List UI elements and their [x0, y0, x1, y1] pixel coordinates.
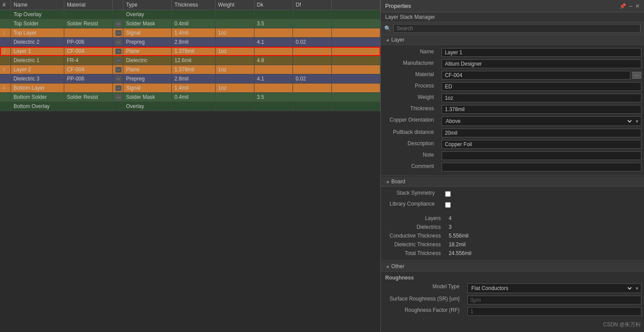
row-dk [254, 65, 293, 74]
pullback-distance-input[interactable] [442, 129, 641, 137]
col-df: Df [293, 0, 332, 10]
table-row[interactable]: 2 Layer 1 CF-004 ··· Plane 1.378mil 1oz [0, 47, 380, 56]
table-container[interactable]: # Name Material Type Thickness Weight Dk… [0, 0, 380, 332]
process-input[interactable] [442, 82, 641, 91]
copper-orientation-label: Copper Orientation [381, 115, 439, 127]
col-dk: Dk [254, 0, 293, 10]
row-type: Solder Mask [123, 19, 172, 28]
conductive-thickness-value: 5.556mil [446, 231, 644, 240]
row-dots[interactable] [112, 102, 123, 111]
row-type: Prepreg [123, 38, 172, 47]
row-extra [332, 74, 380, 84]
row-dots[interactable]: ··· [112, 28, 123, 38]
description-input[interactable] [442, 140, 641, 149]
stack-symmetry-label: Stack Symmetry [381, 189, 440, 199]
right-panel: Properties 📌 ─ ✕ Layer Stack Manager 🔍 ◄… [380, 0, 644, 332]
surface-roughness-input[interactable] [467, 296, 641, 304]
col-type: Type [123, 0, 172, 10]
row-weight [215, 93, 254, 102]
manufacturer-input[interactable] [442, 59, 641, 68]
note-value [439, 150, 644, 161]
row-weight: 1oz [215, 84, 254, 93]
watermark: CSDN @朱万利 [603, 321, 641, 329]
table-row[interactable]: Dielectric 1 FR-4 ··· Dielectric 12.6mil… [0, 56, 380, 65]
row-dots[interactable] [112, 10, 123, 19]
other-section-header[interactable]: ◄ Other [381, 262, 644, 272]
row-dk: 3.5 [254, 93, 293, 102]
minimize-icon[interactable]: ─ [629, 3, 633, 9]
thickness-input[interactable] [442, 105, 641, 114]
library-compliance-checkbox[interactable] [445, 202, 451, 208]
row-dots[interactable]: ··· [112, 65, 123, 74]
row-dots[interactable]: ··· [112, 93, 123, 102]
table-row[interactable]: Bottom Overlay Overlay [0, 102, 380, 111]
table-row[interactable]: 1 Top Layer ··· Signal 1.4mil 1oz [0, 28, 380, 38]
surface-roughness-label: Surface Roughness (SR) [um] [381, 294, 465, 306]
table-row[interactable]: Top Overlay Overlay [0, 10, 380, 19]
row-extra [332, 19, 380, 28]
table-row[interactable]: Top Solder Solder Resist ··· Solder Mask… [0, 19, 380, 28]
row-extra [332, 38, 380, 47]
material-label: Material [381, 70, 439, 81]
panel-header-icons: 📌 ─ ✕ [620, 3, 640, 9]
table-row[interactable]: 3 Layer 2 CF-004 ··· Plane 1.378mil 1oz [0, 65, 380, 74]
row-dots[interactable]: ··· [112, 47, 123, 56]
row-weight [215, 102, 254, 111]
name-input[interactable] [442, 48, 641, 57]
row-dots[interactable]: ··· [112, 56, 123, 65]
row-df [293, 93, 332, 102]
other-arrow-icon: ◄ [385, 264, 390, 269]
row-df [293, 65, 332, 74]
col-dots [112, 0, 123, 10]
row-name: Dielectric 2 [10, 38, 64, 47]
weight-input[interactable] [442, 94, 641, 102]
row-material [64, 10, 112, 19]
manufacturer-label: Manufacturer [381, 58, 439, 70]
table-row[interactable]: Dielectric 3 PP-006 ··· Prepreg 2.8mil 4… [0, 74, 380, 84]
pin-icon[interactable]: 📌 [620, 3, 626, 9]
row-material [64, 84, 112, 93]
row-df: 0.02 [293, 74, 332, 84]
panel-subtitle: Layer Stack Manager [381, 12, 644, 22]
layer-arrow-icon: ◄ [385, 38, 390, 42]
note-input[interactable] [442, 151, 641, 160]
board-section-header[interactable]: ◄ Board [381, 177, 644, 187]
row-name: Bottom Layer [10, 84, 64, 93]
roughness-grid: Roughness Model Type Flat Conductors Gro… [381, 272, 644, 319]
layer-section-header[interactable]: ◄ Layer [381, 35, 644, 45]
comment-input[interactable] [442, 163, 641, 171]
model-type-select[interactable]: Flat Conductors Groisse Huray [468, 284, 633, 293]
board-stats-numbers-grid: Layers 4 Dielectrics 3 Conductive Thickn… [381, 212, 644, 259]
row-dots[interactable]: ··· [112, 74, 123, 84]
row-extra [332, 102, 380, 111]
row-num [0, 93, 10, 102]
row-dk [254, 102, 293, 111]
row-dots[interactable]: ··· [112, 19, 123, 28]
model-type-value: Flat Conductors Groisse Huray ▼ [465, 282, 644, 294]
row-num [0, 102, 10, 111]
table-row[interactable]: Bottom Solder Solder Resist ··· Solder M… [0, 93, 380, 102]
table-row[interactable]: Dielectric 2 PP-006 ··· Prepreg 2.8mil 4… [0, 38, 380, 47]
row-dots[interactable]: ··· [112, 84, 123, 93]
note-label: Note [381, 150, 439, 161]
roughness-factor-input[interactable] [467, 307, 641, 316]
process-value [439, 81, 644, 92]
dielectrics-label: Dielectrics [381, 223, 446, 231]
divider-2 [381, 260, 644, 261]
material-input[interactable] [442, 71, 630, 80]
row-dk [254, 10, 293, 19]
pullback-distance-label: Pullback distance [381, 127, 439, 139]
pullback-distance-value [439, 127, 644, 139]
row-thickness: 2.8mil [172, 74, 216, 84]
search-input[interactable] [393, 24, 641, 33]
close-icon[interactable]: ✕ [635, 3, 640, 9]
table-row[interactable]: 4 Bottom Layer ··· Signal 1.4mil 1oz [0, 84, 380, 93]
copper-orientation-select[interactable]: Above Below [442, 117, 633, 126]
row-type: Prepreg [123, 74, 172, 84]
row-extra [332, 56, 380, 65]
board-arrow-icon: ◄ [385, 179, 390, 184]
stack-symmetry-checkbox[interactable] [445, 191, 451, 197]
row-dots[interactable]: ··· [112, 38, 123, 47]
manufacturer-value [439, 58, 644, 70]
material-dots-button[interactable]: ··· [632, 72, 641, 79]
